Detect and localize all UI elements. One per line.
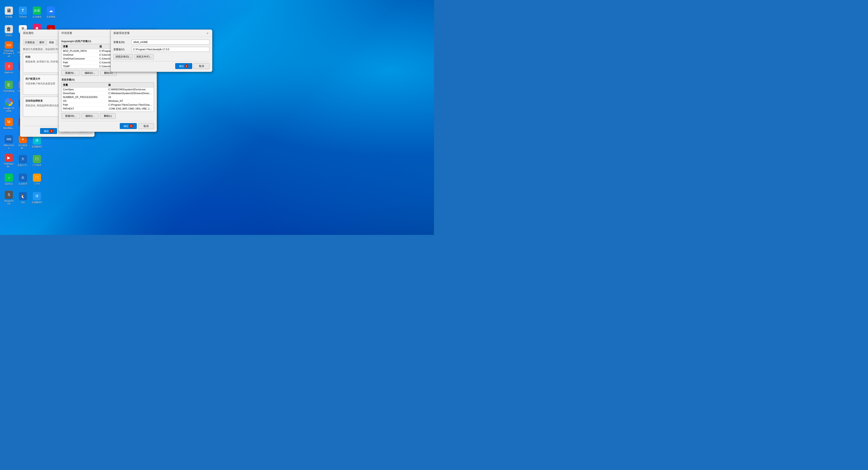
cell-var: DriverData	[62, 92, 107, 95]
cell-val: C:\Windows\System32\Drivers\DriverData	[107, 92, 154, 95]
browse-file-button[interactable]: 浏览文件(F)...	[134, 54, 154, 59]
cell-var: Path	[62, 61, 98, 65]
desktop-icon-qq[interactable]: 🐧 QQ	[16, 189, 29, 207]
sys-vars-btn-row: 新建(W)... 编辑(I)... 删除(L)	[61, 113, 154, 119]
sys-vars-new-button[interactable]: 新建(W)...	[61, 113, 80, 119]
new-sys-var-close-button[interactable]: ×	[206, 31, 209, 35]
cell-val: AMD64	[107, 111, 154, 112]
cell-var: PROCESSOR_ARCHITECTURE	[62, 111, 107, 112]
sys-vars-edit-button[interactable]: 编辑(I)...	[82, 113, 99, 119]
sys-vars-label: 系统变量(S)	[61, 78, 154, 81]
tab-advanced[interactable]: 高级	[47, 40, 56, 45]
desktop-icon-translate3[interactable]: 译 百度翻译3	[30, 189, 43, 207]
var-name-row: 变量名(N):	[114, 40, 209, 44]
sys-props-title: 系统属性	[23, 31, 34, 35]
desktop-icon-portal[interactable]: 门 门户助手	[30, 152, 43, 170]
browse-dir-button[interactable]: 浏览目录(D)...	[114, 54, 133, 59]
table-row[interactable]: ComSpec C:\WINDOWS\system32\cmd.exe	[62, 88, 154, 92]
new-sys-var-btn-row: 确定 1 取消	[114, 61, 209, 69]
env-vars-ok-button[interactable]: 确定 2	[120, 123, 137, 129]
desktop-icon-wibu[interactable]: Wb Wibu Kumu	[2, 133, 16, 152]
env-vars-title: 环境变量	[61, 31, 72, 35]
cell-var: OneDriveConsumer	[62, 57, 98, 61]
user-vars-col-var: 变量	[62, 44, 98, 49]
new-sys-var-body: 变量名(N): 变量值(V): 浏览目录(D)... 浏览文件(F)... 确定…	[111, 37, 212, 72]
new-sys-var-title: 新建系统变量	[114, 31, 130, 35]
table-row[interactable]: PROCESSOR_ARCHITECTURE AMD64	[62, 111, 154, 112]
env-vars-btn-row: 确定 2 取消	[61, 121, 154, 129]
browse-btn-row: 浏览目录(D)... 浏览文件(F)...	[114, 54, 209, 59]
new-sys-var-ok-button[interactable]: 确定 1	[175, 63, 192, 69]
table-row[interactable]: OS Windows_NT	[62, 99, 154, 103]
cell-var: MOZ_PLUGIN_PATH	[62, 49, 98, 53]
sys-props-ok-badge: 3	[50, 129, 53, 133]
cell-var: OneDrive	[62, 53, 98, 57]
cell-val: C:\WINDOWS\system32\cmd.exe	[107, 88, 154, 92]
desktop-icon-qqmusic[interactable]: ♪ QQ音乐	[2, 170, 16, 189]
cell-var: OS	[62, 99, 107, 103]
var-name-input[interactable]	[131, 40, 209, 44]
desktop-icon-diamo[interactable]: d diamo.io	[2, 59, 16, 77]
desktop-icon-baidu-pan[interactable]: ☁ 百度网盘	[44, 3, 58, 22]
table-row[interactable]: Path C:\Program Files\Common Files\Oracl…	[62, 103, 154, 107]
table-row[interactable]: NUMBER_OF_PROCESSORS 24	[62, 95, 154, 99]
tab-hardware[interactable]: 硬件	[37, 40, 46, 45]
desktop-icon-enterprise-assistant[interactable]: 企 企业助手	[16, 170, 29, 189]
tab-computer-name[interactable]: 计算机名	[23, 40, 37, 45]
cell-var: PATHEXT	[62, 107, 107, 111]
user-vars-new-button[interactable]: 新建(N)...	[61, 70, 80, 76]
new-sys-var-titlebar: 新建系统变量 ×	[111, 30, 212, 37]
new-sys-var-cancel-button[interactable]: 取消	[193, 63, 209, 69]
new-sys-var-ok-badge: 1	[185, 64, 188, 68]
desktop-icon-mindmaster[interactable]: M MindMas...	[2, 115, 16, 133]
cell-var: Path	[62, 103, 107, 107]
cell-var: ComSpec	[62, 88, 107, 92]
sys-props-ok-button[interactable]: 确定 3	[40, 128, 57, 134]
cell-val: C:\Program Files\Common Files\Oracle\Jav…	[107, 103, 154, 107]
new-system-variable-dialog: 新建系统变量 × 变量名(N): 变量值(V): 浏览目录(D)... 浏览文件…	[111, 29, 212, 72]
cell-val: Windows_NT	[107, 99, 154, 103]
desktop-icon-xmanager[interactable]: Xm XmanageR Power Suit	[2, 40, 16, 59]
desktop-icon-chrome[interactable]: Google Chrome	[2, 96, 16, 114]
cell-val: 24	[107, 95, 154, 99]
desktop-icon-portal2[interactable]: 门 门户2	[30, 170, 43, 189]
desktop-icon-baidu-da[interactable]: 大 百度大字...	[16, 152, 29, 170]
table-row[interactable]: DriverData C:\Windows\System32\Drivers\D…	[62, 92, 154, 95]
cell-var: TMP	[62, 68, 98, 69]
desktop-icon-everything[interactable]: E Everything	[2, 78, 16, 96]
env-vars-cancel-button[interactable]: 取消	[138, 123, 154, 129]
user-vars-edit-button[interactable]: 编辑(E)...	[81, 70, 99, 76]
cell-var: NUMBER_OF_PROCESSORS	[62, 95, 107, 99]
sys-vars-col-var: 变量	[62, 82, 107, 88]
desktop-icon-wecom[interactable]: 企业 企业微信	[30, 3, 43, 22]
desktop-icon-recycle-bin[interactable]: 🗑 回收站	[2, 22, 16, 40]
desktop-icon-computer[interactable]: 🖥 此电脑	[2, 3, 16, 22]
var-name-label: 变量名(N):	[114, 40, 131, 44]
var-value-label: 变量值(V):	[114, 48, 131, 51]
cell-val: .COM;.EXE;.BAT;.CMD;.VBS;.VBE;.JS;.JSE;.…	[107, 107, 154, 111]
sys-vars-table: 变量 值 ComSpec C:\WINDOWS\system32\cmd.exe…	[62, 82, 154, 112]
var-value-row: 变量值(V):	[114, 47, 209, 52]
sys-vars-col-val: 值	[107, 82, 154, 88]
var-value-input[interactable]	[131, 47, 209, 52]
env-vars-ok-badge: 2	[129, 124, 133, 128]
desktop-icon-todesk[interactable]: T ToDesk	[16, 3, 29, 22]
sys-vars-table-container[interactable]: 变量 值 ComSpec C:\WINDOWS\system32\cmd.exe…	[61, 82, 154, 112]
sys-vars-delete-button[interactable]: 删除(L)	[100, 113, 116, 119]
table-row[interactable]: PATHEXT .COM;.EXE;.BAT;.CMD;.VBS;.VBE;.J…	[62, 107, 154, 111]
cell-var: TEMP	[62, 65, 98, 68]
desktop-icon-screentogif[interactable]: S ScreenToGif	[2, 189, 16, 207]
desktop-icon-potplayer[interactable]: ▶ PotPlayer 64...	[2, 152, 16, 170]
